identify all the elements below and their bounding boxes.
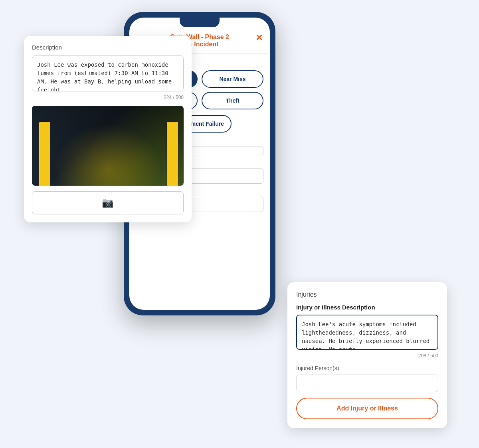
camera-icon: 📷 xyxy=(102,197,114,208)
add-injury-button[interactable]: Add Injury or Illness xyxy=(296,398,438,419)
injury-description-label: Injury or Illness Description xyxy=(296,304,438,311)
close-button[interactable]: ✕ xyxy=(255,33,263,43)
injuries-title: Injuries xyxy=(296,291,438,298)
warehouse-image xyxy=(32,106,184,186)
injuries-card: Injuries Injury or Illness Description 2… xyxy=(287,282,447,428)
description-textarea[interactable] xyxy=(32,56,184,91)
description-card: Description document.querySelector('.des… xyxy=(24,36,192,222)
phone-notch xyxy=(180,18,220,27)
injury-description-textarea[interactable] xyxy=(296,315,438,350)
injury-char-count: 208 / 500 xyxy=(296,353,438,359)
camera-button[interactable]: 📷 xyxy=(32,191,184,214)
injured-persons-input[interactable] xyxy=(296,375,438,392)
theft-type-button[interactable]: Theft xyxy=(202,92,263,109)
injured-persons-label: Injured Person(s) xyxy=(296,365,438,371)
near-miss-type-button[interactable]: Near Miss xyxy=(202,70,263,88)
description-char-count: 224 / 500 xyxy=(32,95,184,100)
description-label: Description xyxy=(32,44,184,51)
